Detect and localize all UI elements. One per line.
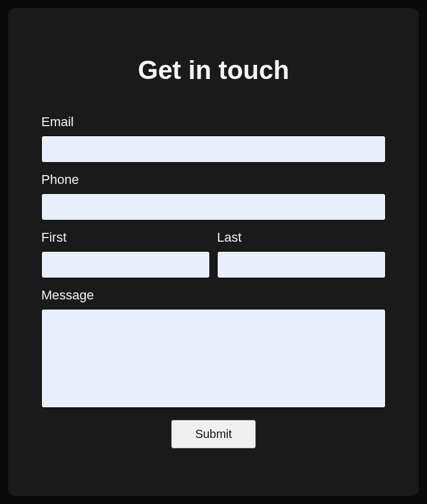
submit-button[interactable]: Submit [171,420,256,449]
message-label: Message [41,288,386,303]
contact-form-card: Get in touch Email Phone First Last Mess… [8,8,419,496]
last-field-group: Last [217,230,386,278]
message-textarea[interactable] [41,309,386,408]
contact-form: Email Phone First Last Message Submit [41,114,386,449]
phone-input[interactable] [41,193,386,220]
phone-field-group: Phone [41,172,386,220]
first-label: First [41,230,210,245]
last-label: Last [217,230,386,245]
email-label: Email [41,114,386,130]
first-field-group: First [41,230,210,278]
email-field-group: Email [41,114,386,163]
first-input[interactable] [41,251,210,278]
email-input[interactable] [41,136,386,163]
last-input[interactable] [217,251,386,278]
form-title: Get in touch [41,55,386,85]
name-row: First Last [41,230,386,278]
message-field-group: Message [41,288,386,408]
submit-wrap: Submit [41,420,386,449]
phone-label: Phone [41,172,386,187]
